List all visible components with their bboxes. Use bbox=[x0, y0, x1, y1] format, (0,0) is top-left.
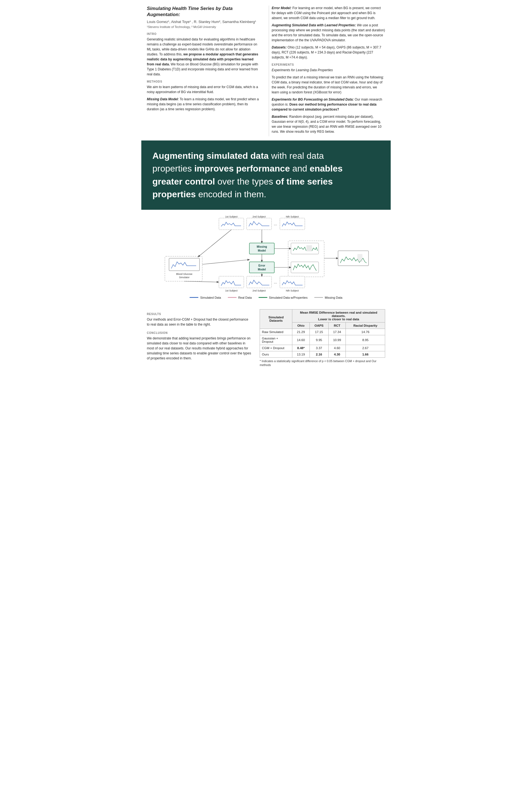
table-header-main: Mean RMSE Difference between real and si… bbox=[292, 309, 385, 322]
table-row-cgm: CGM + Dropout 8.48* 3.37 4.60 2.67 bbox=[260, 345, 385, 351]
legend-simulated: Simulated Data bbox=[190, 296, 221, 299]
ellipsis-bottom: ... bbox=[274, 280, 277, 284]
table-col-racial: Racial Disparity bbox=[346, 322, 385, 329]
legend-missing-label: Missing Data bbox=[325, 296, 342, 299]
row-rct-cgm: 4.60 bbox=[328, 345, 346, 351]
diagram-section: 1st Subject 2nd Subject ... Nth Subject … bbox=[141, 210, 391, 305]
subjectN-bottom-label: Nth Subject bbox=[286, 289, 299, 292]
missing-model-label: Missing bbox=[256, 245, 267, 248]
subject2-top-label: 2nd Subject bbox=[252, 215, 266, 218]
row-rct-ours: 4.30 bbox=[328, 351, 346, 358]
table-note: * Indicates a statistically significant … bbox=[260, 359, 385, 367]
svg-line-23 bbox=[198, 230, 231, 257]
svg-rect-1 bbox=[247, 218, 271, 230]
row-name-ours: Ours bbox=[260, 351, 292, 358]
row-rct-gaussian: 10.99 bbox=[328, 335, 346, 345]
datasets-text: Datasets: Ohio (12 subjects, M = 54 days… bbox=[272, 45, 385, 60]
svg-rect-7 bbox=[306, 245, 312, 251]
right-column: Error Model: For learning an error model… bbox=[269, 5, 385, 136]
legend-simulated-props-line bbox=[259, 297, 267, 298]
diagram-svg: 1st Subject 2nd Subject ... Nth Subject … bbox=[147, 215, 385, 293]
paper-title: Simulating Health Time Series by Data Au… bbox=[147, 5, 261, 18]
table-row-ours: Ours 13.19 2.16 4.30 1.66 bbox=[260, 351, 385, 358]
row-rct-raw: 17.34 bbox=[328, 329, 346, 335]
svg-rect-4 bbox=[249, 243, 274, 254]
row-ohio-raw: 21.29 bbox=[292, 329, 310, 335]
missing-model-text: Missing Data Model: To learn a missing d… bbox=[147, 97, 261, 112]
banner-bold1: Augmenting simulated data bbox=[152, 151, 269, 161]
svg-rect-18 bbox=[358, 254, 362, 262]
authors: Louis Gomez¹, Aishat Toye¹ , R. Stanley … bbox=[147, 19, 261, 24]
methods-text: We aim to learn patterns of missing data… bbox=[147, 84, 261, 94]
table-col: Simulated Datasets Mean RMSE Difference … bbox=[260, 309, 385, 367]
subject1-top-label: 1st Subject bbox=[225, 215, 238, 218]
svg-line-10 bbox=[202, 260, 249, 264]
row-racial-gaussian: 8.95 bbox=[346, 335, 385, 345]
legend-missing: Missing Data bbox=[314, 296, 342, 299]
affiliations: ¹Stevens Institute of Technology, ² McGi… bbox=[147, 25, 261, 28]
legend-real-label: Real Data bbox=[238, 296, 252, 299]
augmenting-text: Augmenting Simulated Data with Learned P… bbox=[272, 23, 385, 43]
left-column: Simulating Health Time Series by Data Au… bbox=[147, 5, 263, 136]
table-row-raw: Raw Simulated 21.29 17.15 17.34 14.76 bbox=[260, 329, 385, 335]
row-name-raw: Raw Simulated bbox=[260, 329, 292, 335]
table-col-ohio: Ohio bbox=[292, 322, 310, 329]
conclusion-text: We demonstrate that adding learned prope… bbox=[147, 336, 251, 361]
row-ohio-cgm: 8.48* bbox=[292, 345, 310, 351]
table-col-oaps: OAPS bbox=[309, 322, 328, 329]
results-table: Simulated Datasets Mean RMSE Difference … bbox=[260, 309, 385, 358]
subject2-bottom-label: 2nd Subject bbox=[252, 289, 266, 292]
legend-real: Real Data bbox=[228, 296, 252, 299]
subjectN-top-label: Nth Subject bbox=[286, 215, 299, 218]
experiments-sub1: Experiments for Learning Data Properties bbox=[272, 68, 385, 73]
legend-simulated-props: Simulated Data w/Properties bbox=[259, 296, 307, 299]
baselines-text: Baselines: Random dropout (avg. percent … bbox=[272, 114, 385, 134]
legend-simulated-props-label: Simulated Data w/Properties bbox=[269, 296, 307, 299]
banner-normal2: and bbox=[290, 164, 309, 173]
row-racial-raw: 14.76 bbox=[346, 329, 385, 335]
svg-line-22 bbox=[184, 281, 218, 282]
banner-normal3: over the types bbox=[215, 176, 276, 187]
row-ohio-gaussian: 14.60 bbox=[292, 335, 310, 345]
legend-simulated-label: Simulated Data bbox=[200, 296, 221, 299]
methods-header: METHODS bbox=[147, 80, 261, 83]
table-header-datasets: Simulated Datasets bbox=[260, 309, 292, 329]
row-oaps-raw: 17.15 bbox=[309, 329, 328, 335]
results-col: RESULTS Our methods and Error-CGM + Drop… bbox=[147, 309, 254, 367]
row-name-gaussian: Gaussian + Dropout bbox=[260, 335, 292, 345]
intro-text: Generating realistic simulated data for … bbox=[147, 37, 261, 77]
svg-rect-21 bbox=[280, 276, 305, 288]
row-oaps-ours: 2.16 bbox=[309, 351, 328, 358]
table-col-rct: RCT bbox=[328, 322, 346, 329]
row-ohio-ours: 13.19 bbox=[292, 351, 310, 358]
experiments-sub2: Experiments for BG Forecasting on Simula… bbox=[272, 97, 385, 112]
conclusion-header: CONCLUSION bbox=[147, 331, 251, 335]
legend: Simulated Data Real Data Simulated Data … bbox=[147, 296, 385, 299]
banner-normal4: encoded in them. bbox=[196, 189, 266, 199]
experiments-text1: To predict the start of a missing interv… bbox=[272, 75, 385, 95]
svg-rect-0 bbox=[219, 218, 244, 230]
error-model-label2: Model bbox=[258, 268, 266, 271]
experiments-header: EXPERIMENTS bbox=[272, 63, 385, 66]
error-model-text: Error Model: For learning an error model… bbox=[272, 5, 385, 20]
blood-glucose-label1: Blood Glucose bbox=[176, 273, 193, 276]
row-oaps-gaussian: 9.95 bbox=[309, 335, 328, 345]
svg-rect-12 bbox=[249, 262, 274, 273]
legend-real-line bbox=[228, 297, 236, 298]
bottom-section: RESULTS Our methods and Error-CGM + Drop… bbox=[141, 305, 391, 372]
results-header: RESULTS bbox=[147, 312, 251, 316]
svg-rect-19 bbox=[219, 276, 244, 288]
legend-missing-line bbox=[314, 297, 323, 298]
top-section: Simulating Health Time Series by Data Au… bbox=[141, 0, 391, 140]
missing-model-label2: Model bbox=[258, 249, 266, 252]
ellipsis-top: ... bbox=[274, 222, 277, 226]
results-text: Our methods and Error-CGM + Dropout had … bbox=[147, 317, 251, 327]
blood-glucose-label2: Simulator bbox=[179, 276, 190, 279]
row-name-cgm: CGM + Dropout bbox=[260, 345, 292, 351]
banner-bold2: improves performance bbox=[194, 164, 290, 173]
intro-header: INTRO bbox=[147, 33, 261, 36]
row-racial-ours: 1.66 bbox=[346, 351, 385, 358]
error-model-label: Error bbox=[259, 264, 265, 267]
table-row-gaussian: Gaussian + Dropout 14.60 9.95 10.99 8.95 bbox=[260, 335, 385, 345]
banner: Augmenting simulated data with real data… bbox=[141, 140, 391, 210]
